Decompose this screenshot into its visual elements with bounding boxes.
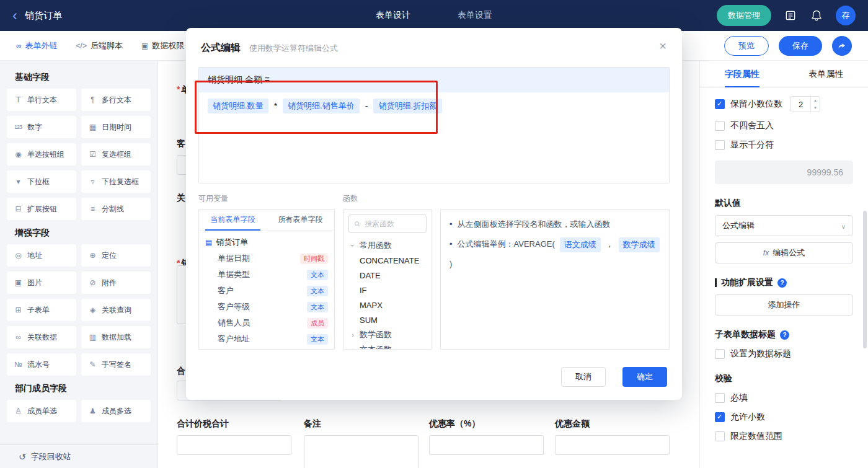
tab-current-form-fields[interactable]: 当前表单字段	[199, 210, 267, 230]
formula-operator: *	[274, 101, 277, 111]
form-external-link-item[interactable]: ∞ 表单外链	[16, 40, 58, 51]
variable-field-row[interactable]: 客户等级 文本	[205, 299, 328, 315]
formula-field-chip[interactable]: 销货明细.销售单价	[283, 99, 360, 113]
decimal-stepper[interactable]: 2	[790, 96, 820, 112]
checkbox-set-data-title[interactable]	[715, 349, 725, 359]
field-item-single-line-text[interactable]: T 单行文本	[7, 89, 76, 111]
function-group-common[interactable]: 常用函数	[350, 238, 425, 253]
share-button[interactable]	[832, 36, 852, 56]
fx-icon: fx	[763, 249, 769, 257]
form-textarea[interactable]	[304, 435, 418, 468]
form-input[interactable]	[429, 435, 544, 455]
required-label: 必填	[730, 392, 748, 404]
field-item-divider[interactable]: ≡ 分割线	[81, 198, 151, 220]
tab-field-properties[interactable]: 字段属性	[700, 61, 784, 87]
data-load-icon: ▥	[87, 333, 97, 342]
field-item-location[interactable]: ⊕ 定位	[81, 244, 151, 267]
field-item-dropdown[interactable]: ▾ 下拉框	[7, 170, 76, 193]
field-item-address[interactable]: ◎ 地址	[7, 244, 76, 267]
function-search[interactable]	[348, 214, 427, 233]
variable-field-row[interactable]: 销售人员 成员	[205, 315, 328, 331]
tab-form-design[interactable]: 表单设计	[376, 10, 410, 21]
help-icon[interactable]: ?	[780, 330, 789, 340]
checkbox-keep-decimals[interactable]	[715, 99, 725, 109]
no-rounding-label: 不四舍五入	[730, 120, 774, 131]
permission-icon: ▣	[141, 42, 148, 50]
field-item-subform[interactable]: ⊞ 子表单	[7, 299, 76, 321]
variable-field-row[interactable]: 单据类型 文本	[205, 267, 328, 283]
field-item-attachment[interactable]: ⊘ 附件	[81, 272, 151, 294]
formula-editor[interactable]: 销货明细.金额 = 销货明细.数量 * 销货明细.销售单价 - 销货明细.折扣额	[198, 67, 670, 183]
allow-decimals-label: 允许小数	[730, 412, 765, 423]
field-item-multi-line-text[interactable]: ¶ 多行文本	[81, 89, 151, 111]
formula-field-chip[interactable]: 销货明细.折扣额	[373, 99, 442, 113]
form-field-discount-amount: 优惠金额	[555, 418, 670, 455]
link-icon: ∞	[16, 42, 22, 50]
field-item-serial-number[interactable]: № 流水号	[7, 353, 76, 376]
variable-field-row[interactable]: 客户 文本	[205, 283, 328, 299]
save-button[interactable]: 保存	[779, 36, 822, 56]
function-item[interactable]: CONCATENATE	[350, 253, 425, 268]
stepper-arrows-icon[interactable]	[810, 97, 820, 112]
field-item-extend-button[interactable]: ⊟ 扩展按钮	[7, 198, 76, 220]
edit-formula-button[interactable]: fx 编辑公式	[715, 242, 853, 263]
backend-script-item[interactable]: </> 后端脚本	[76, 40, 123, 51]
field-item-label: 关联数据	[27, 332, 57, 343]
set-data-title-label: 设置为数据标题	[730, 348, 791, 360]
field-item-signature[interactable]: ✎ 手写签名	[81, 353, 151, 376]
default-value-select[interactable]: 公式编辑	[715, 215, 853, 236]
example-field-chip: 语文成绩	[560, 237, 601, 252]
function-item[interactable]: IF	[350, 283, 425, 298]
field-item-label: 扩展按钮	[27, 204, 57, 214]
preview-button[interactable]: 预览	[724, 36, 769, 56]
checkbox-required[interactable]	[715, 393, 725, 403]
data-permission-item[interactable]: ▣ 数据权限	[141, 40, 184, 51]
variables-tree-root[interactable]: ▤ 销货订单	[205, 234, 328, 250]
field-item-radio-group[interactable]: ◉ 单选按钮组	[7, 143, 76, 166]
workflow-icon[interactable]	[784, 9, 797, 22]
field-recycle-bin[interactable]: ↺ 字段回收站	[0, 444, 157, 468]
function-group-math[interactable]: 数学函数	[350, 327, 425, 342]
checkbox-thousand-separator[interactable]	[715, 140, 725, 150]
form-input[interactable]	[177, 435, 291, 455]
field-item-lookup-query[interactable]: ◈ 关联查询	[81, 299, 151, 321]
cancel-button[interactable]: 取消	[561, 367, 606, 387]
field-item-member-multi[interactable]: ♟ 成员多选	[81, 400, 151, 422]
formula-field-chip[interactable]: 销货明细.数量	[208, 99, 268, 113]
dropdown-icon: ▾	[13, 177, 23, 186]
panel-scrollbar[interactable]	[863, 211, 867, 348]
field-item-number[interactable]: 123 数字	[7, 116, 76, 138]
checkbox-no-rounding[interactable]	[715, 121, 725, 131]
field-item-dropdown-multi[interactable]: ▿ 下拉复选框	[81, 170, 151, 193]
tab-form-settings[interactable]: 表单设置	[458, 10, 492, 21]
checkbox-allow-decimals[interactable]	[715, 412, 725, 422]
field-item-datetime[interactable]: ▦ 日期时间	[81, 116, 151, 138]
field-item-data-load[interactable]: ▥ 数据加载	[81, 326, 151, 348]
avatar[interactable]: 存	[836, 6, 856, 25]
field-item-linked-data[interactable]: ∞ 关联数据	[7, 326, 76, 348]
confirm-button[interactable]: 确定	[622, 367, 667, 387]
field-item-checkbox-group[interactable]: ☑ 复选框组	[81, 143, 151, 166]
function-item[interactable]: MAPX	[350, 298, 425, 312]
modal-subtitle: 使用数学运算符编辑公式	[249, 43, 338, 54]
help-icon[interactable]: ?	[777, 278, 787, 288]
field-item-member-single[interactable]: ♙ 成员单选	[7, 400, 76, 422]
tab-form-properties[interactable]: 表单属性	[784, 61, 868, 87]
function-search-input[interactable]	[365, 219, 421, 228]
modal-title: 公式编辑	[201, 42, 241, 55]
subform-data-title-text: 子表单数据标题	[715, 329, 776, 340]
function-group-text[interactable]: 文本函数	[350, 342, 425, 350]
function-item[interactable]: DATE	[350, 268, 425, 283]
field-item-image[interactable]: ▣ 图片	[7, 272, 76, 294]
close-icon[interactable]: ×	[655, 38, 671, 54]
variables-root-label: 销货订单	[216, 237, 248, 248]
bell-icon[interactable]	[810, 9, 823, 22]
checkbox-limit-range[interactable]	[715, 431, 725, 441]
variable-field-row[interactable]: 单据日期 时间戳	[205, 250, 328, 267]
variable-field-row[interactable]: 客户地址 文本	[205, 331, 328, 347]
tab-all-form-fields[interactable]: 所有表单字段	[267, 210, 334, 230]
add-action-button[interactable]: 添加操作	[715, 294, 853, 316]
function-item[interactable]: SUM	[350, 312, 425, 327]
data-manage-button[interactable]: 数据管理	[717, 5, 771, 26]
form-input[interactable]	[555, 435, 670, 455]
